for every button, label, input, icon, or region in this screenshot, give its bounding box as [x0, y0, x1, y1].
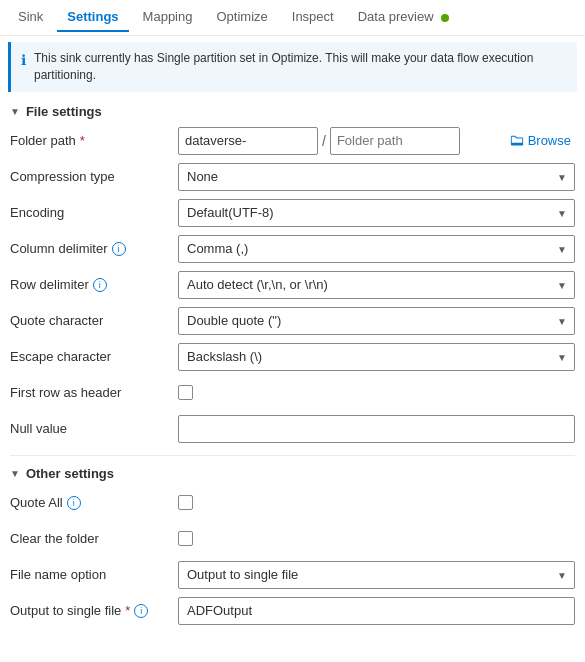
tab-sink[interactable]: Sink [8, 3, 53, 32]
first-row-header-label: First row as header [10, 385, 170, 400]
collapse-triangle[interactable]: ▼ [10, 106, 20, 117]
compression-type-control: None gzip bzip2 deflate ZipDeflate snapp… [178, 163, 575, 191]
row-delimiter-dropdown-wrapper: Auto detect (\r,\n, or \r\n) \r\n \n \r … [178, 271, 575, 299]
null-value-input[interactable] [178, 415, 575, 443]
tab-bar: Sink Settings Mapping Optimize Inspect D… [0, 0, 585, 36]
quote-all-control [178, 495, 575, 510]
quote-character-row: Quote character Double quote (") Single … [10, 305, 575, 337]
quote-character-control: Double quote (") Single quote (') None ▼ [178, 307, 575, 335]
row-delimiter-control: Auto detect (\r,\n, or \r\n) \r\n \n \r … [178, 271, 575, 299]
output-single-info-icon[interactable]: i [134, 604, 148, 618]
escape-character-dropdown-wrapper: Backslash (\) Double quote (") None ▼ [178, 343, 575, 371]
other-settings-header: ▼ Other settings [0, 460, 585, 485]
folder-path-required: * [80, 133, 85, 148]
first-row-header-checkbox[interactable] [178, 385, 193, 400]
file-name-option-select[interactable]: Output to single file Default Per partit… [178, 561, 575, 589]
quote-character-dropdown-wrapper: Double quote (") Single quote (') None ▼ [178, 307, 575, 335]
encoding-control: Default(UTF-8) UTF-8 UTF-16 ASCII ISO-88… [178, 199, 575, 227]
output-single-file-control [178, 597, 575, 625]
info-banner: ℹ This sink currently has Single partiti… [8, 42, 577, 92]
folder-path-inputs: / [178, 127, 502, 155]
quote-all-info-icon[interactable]: i [67, 496, 81, 510]
folder-main-input[interactable] [178, 127, 318, 155]
folder-path-label: Folder path * [10, 133, 170, 148]
null-value-control [178, 415, 575, 443]
column-delimiter-dropdown-wrapper: Comma (,) Semicolon (;) Tab (\t) Pipe (|… [178, 235, 575, 263]
tab-inspect[interactable]: Inspect [282, 3, 344, 32]
escape-character-row: Escape character Backslash (\) Double qu… [10, 341, 575, 373]
quote-character-label: Quote character [10, 313, 170, 328]
row-delimiter-select[interactable]: Auto detect (\r,\n, or \r\n) \r\n \n \r … [178, 271, 575, 299]
tab-settings[interactable]: Settings [57, 3, 128, 32]
tab-optimize[interactable]: Optimize [206, 3, 277, 32]
file-settings-form: Folder path * / Browse Compression type [0, 123, 585, 451]
row-delimiter-info-icon[interactable]: i [93, 278, 107, 292]
column-delimiter-control: Comma (,) Semicolon (;) Tab (\t) Pipe (|… [178, 235, 575, 263]
output-single-required: * [125, 603, 130, 618]
other-settings-form: Quote All i Clear the folder File name o… [0, 485, 585, 633]
file-name-option-label: File name option [10, 567, 170, 582]
tab-data-preview[interactable]: Data preview [348, 3, 460, 32]
row-delimiter-label: Row delimiter i [10, 277, 170, 292]
first-row-header-row: First row as header [10, 377, 575, 409]
first-row-header-control [178, 385, 575, 400]
clear-folder-control [178, 531, 575, 546]
tab-mapping[interactable]: Mapping [133, 3, 203, 32]
other-collapse-triangle[interactable]: ▼ [10, 468, 20, 479]
other-settings-label: Other settings [26, 466, 114, 481]
column-delimiter-row: Column delimiter i Comma (,) Semicolon (… [10, 233, 575, 265]
escape-character-select[interactable]: Backslash (\) Double quote (") None [178, 343, 575, 371]
quote-all-checkbox[interactable] [178, 495, 193, 510]
column-delimiter-select[interactable]: Comma (,) Semicolon (;) Tab (\t) Pipe (|… [178, 235, 575, 263]
info-text: This sink currently has Single partition… [34, 50, 567, 84]
compression-type-row: Compression type None gzip bzip2 deflate… [10, 161, 575, 193]
output-single-file-label: Output to single file * i [10, 603, 170, 618]
section-divider [10, 455, 575, 456]
file-settings-header: ▼ File settings [0, 98, 585, 123]
column-delimiter-label: Column delimiter i [10, 241, 170, 256]
compression-type-dropdown-wrapper: None gzip bzip2 deflate ZipDeflate snapp… [178, 163, 575, 191]
compression-type-select[interactable]: None gzip bzip2 deflate ZipDeflate snapp… [178, 163, 575, 191]
null-value-row: Null value [10, 413, 575, 445]
preview-dot [441, 14, 449, 22]
quote-all-label: Quote All i [10, 495, 170, 510]
escape-character-label: Escape character [10, 349, 170, 364]
browse-icon [510, 134, 524, 148]
escape-character-control: Backslash (\) Double quote (") None ▼ [178, 343, 575, 371]
file-settings-label: File settings [26, 104, 102, 119]
quote-character-select[interactable]: Double quote (") Single quote (') None [178, 307, 575, 335]
output-single-file-input[interactable] [178, 597, 575, 625]
browse-button[interactable]: Browse [506, 133, 575, 148]
file-name-option-control: Output to single file Default Per partit… [178, 561, 575, 589]
row-delimiter-row: Row delimiter i Auto detect (\r,\n, or \… [10, 269, 575, 301]
file-name-option-dropdown-wrapper: Output to single file Default Per partit… [178, 561, 575, 589]
compression-type-label: Compression type [10, 169, 170, 184]
folder-path-controls: / Browse [178, 127, 575, 155]
encoding-label: Encoding [10, 205, 170, 220]
folder-path-row: Folder path * / Browse [10, 125, 575, 157]
file-name-option-row: File name option Output to single file D… [10, 559, 575, 591]
null-value-label: Null value [10, 421, 170, 436]
column-delimiter-info-icon[interactable]: i [112, 242, 126, 256]
quote-all-row: Quote All i [10, 487, 575, 519]
encoding-select[interactable]: Default(UTF-8) UTF-8 UTF-16 ASCII ISO-88… [178, 199, 575, 227]
encoding-row: Encoding Default(UTF-8) UTF-8 UTF-16 ASC… [10, 197, 575, 229]
path-separator: / [322, 133, 326, 149]
encoding-dropdown-wrapper: Default(UTF-8) UTF-8 UTF-16 ASCII ISO-88… [178, 199, 575, 227]
info-icon: ℹ [21, 51, 26, 71]
clear-folder-checkbox[interactable] [178, 531, 193, 546]
clear-folder-label: Clear the folder [10, 531, 170, 546]
output-single-file-row: Output to single file * i [10, 595, 575, 627]
clear-folder-row: Clear the folder [10, 523, 575, 555]
folder-path-input[interactable] [330, 127, 460, 155]
